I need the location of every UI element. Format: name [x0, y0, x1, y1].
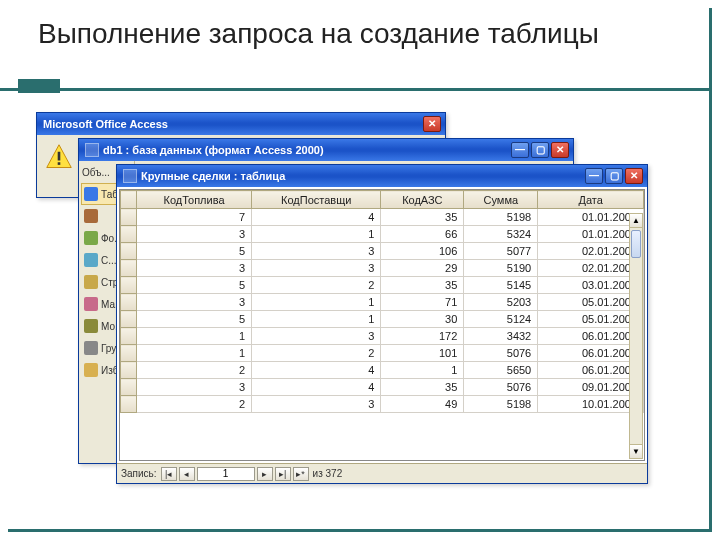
cell[interactable]: 35 — [381, 379, 464, 396]
datasheet-grid[interactable]: КодТопливаКодПоставщиКодАЗССуммаДата 743… — [120, 190, 644, 413]
cell[interactable]: 09.01.2005 — [538, 379, 644, 396]
cell[interactable]: 5198 — [464, 396, 538, 413]
minimize-button[interactable]: — — [585, 168, 603, 184]
cell[interactable]: 02.01.2005 — [538, 243, 644, 260]
maximize-button[interactable]: ▢ — [531, 142, 549, 158]
row-selector[interactable] — [121, 379, 137, 396]
nav-first-button[interactable]: |◂ — [161, 467, 177, 481]
cell[interactable]: 05.01.2005 — [538, 294, 644, 311]
close-button[interactable]: ✕ — [551, 142, 569, 158]
cell[interactable]: 5077 — [464, 243, 538, 260]
row-selector[interactable] — [121, 396, 137, 413]
column-header[interactable]: КодТоплива — [137, 191, 252, 209]
cell[interactable]: 1 — [137, 345, 252, 362]
alert-titlebar[interactable]: Microsoft Office Access ✕ — [37, 113, 445, 135]
table-row[interactable]: 3166532401.01.2005 — [121, 226, 644, 243]
row-selector[interactable] — [121, 362, 137, 379]
cell[interactable]: 1 — [252, 226, 381, 243]
scroll-down-arrow[interactable]: ▼ — [630, 444, 642, 458]
row-selector[interactable] — [121, 311, 137, 328]
cell[interactable]: 5145 — [464, 277, 538, 294]
row-selector[interactable] — [121, 294, 137, 311]
cell[interactable]: 3 — [252, 396, 381, 413]
table-row[interactable]: 13172343206.01.2005 — [121, 328, 644, 345]
table-row[interactable]: 5130512405.01.2005 — [121, 311, 644, 328]
table-row[interactable]: 7435519801.01.2005 — [121, 209, 644, 226]
cell[interactable]: 1 — [252, 311, 381, 328]
cell[interactable]: 1 — [252, 294, 381, 311]
cell[interactable]: 06.01.2005 — [538, 362, 644, 379]
cell[interactable]: 5 — [137, 311, 252, 328]
cell[interactable]: 5 — [137, 243, 252, 260]
cell[interactable]: 1 — [381, 362, 464, 379]
table-row[interactable]: 53106507702.01.2005 — [121, 243, 644, 260]
row-selector[interactable] — [121, 243, 137, 260]
row-selector[interactable] — [121, 226, 137, 243]
table-row[interactable]: 241565006.01.2005 — [121, 362, 644, 379]
cell[interactable]: 3 — [252, 328, 381, 345]
cell[interactable]: 1 — [137, 328, 252, 345]
cell[interactable]: 101 — [381, 345, 464, 362]
cell[interactable]: 02.01.2005 — [538, 260, 644, 277]
column-header[interactable]: КодПоставщи — [252, 191, 381, 209]
cell[interactable]: 5 — [137, 277, 252, 294]
cell[interactable]: 7 — [137, 209, 252, 226]
cell[interactable]: 5198 — [464, 209, 538, 226]
cell[interactable]: 5076 — [464, 345, 538, 362]
cell[interactable]: 2 — [252, 345, 381, 362]
table-row[interactable]: 5235514503.01.2005 — [121, 277, 644, 294]
cell[interactable]: 2 — [137, 396, 252, 413]
table-row[interactable]: 3435507609.01.2005 — [121, 379, 644, 396]
cell[interactable]: 5076 — [464, 379, 538, 396]
cell[interactable]: 10.01.2005 — [538, 396, 644, 413]
cell[interactable]: 4 — [252, 379, 381, 396]
cell[interactable]: 3 — [137, 260, 252, 277]
cell[interactable]: 06.01.2005 — [538, 328, 644, 345]
cell[interactable]: 30 — [381, 311, 464, 328]
cell[interactable]: 06.01.2005 — [538, 345, 644, 362]
cell[interactable]: 05.01.2005 — [538, 311, 644, 328]
table-row[interactable]: 3171520305.01.2005 — [121, 294, 644, 311]
row-selector[interactable] — [121, 345, 137, 362]
column-header[interactable]: КодАЗС — [381, 191, 464, 209]
close-button[interactable]: ✕ — [625, 168, 643, 184]
nav-new-button[interactable]: ▸* — [293, 467, 309, 481]
row-selector[interactable] — [121, 209, 137, 226]
cell[interactable]: 3 — [252, 243, 381, 260]
nav-next-button[interactable]: ▸ — [257, 467, 273, 481]
cell[interactable]: 172 — [381, 328, 464, 345]
cell[interactable]: 49 — [381, 396, 464, 413]
nav-last-button[interactable]: ▸| — [275, 467, 291, 481]
cell[interactable]: 5650 — [464, 362, 538, 379]
cell[interactable]: 66 — [381, 226, 464, 243]
row-selector[interactable] — [121, 328, 137, 345]
cell[interactable]: 35 — [381, 277, 464, 294]
column-header[interactable]: Сумма — [464, 191, 538, 209]
table-row[interactable]: 3329519002.01.2005 — [121, 260, 644, 277]
cell[interactable]: 5203 — [464, 294, 538, 311]
cell[interactable]: 3 — [252, 260, 381, 277]
table-titlebar[interactable]: Крупные сделки : таблица — ▢ ✕ — [117, 165, 647, 187]
cell[interactable]: 5190 — [464, 260, 538, 277]
row-selector[interactable] — [121, 260, 137, 277]
nav-prev-button[interactable]: ◂ — [179, 467, 195, 481]
table-row[interactable]: 12101507606.01.2005 — [121, 345, 644, 362]
minimize-button[interactable]: — — [511, 142, 529, 158]
cell[interactable]: 4 — [252, 209, 381, 226]
maximize-button[interactable]: ▢ — [605, 168, 623, 184]
cell[interactable]: 3 — [137, 294, 252, 311]
scroll-thumb[interactable] — [631, 230, 641, 258]
cell[interactable]: 35 — [381, 209, 464, 226]
cell[interactable]: 3 — [137, 226, 252, 243]
cell[interactable]: 29 — [381, 260, 464, 277]
cell[interactable]: 3432 — [464, 328, 538, 345]
cell[interactable]: 5124 — [464, 311, 538, 328]
cell[interactable]: 2 — [252, 277, 381, 294]
cell[interactable]: 01.01.2005 — [538, 209, 644, 226]
row-selector[interactable] — [121, 277, 137, 294]
db-titlebar[interactable]: db1 : база данных (формат Access 2000) —… — [79, 139, 573, 161]
nav-record-field[interactable]: 1 — [197, 467, 255, 481]
cell[interactable]: 3 — [137, 379, 252, 396]
cell[interactable]: 2 — [137, 362, 252, 379]
table-row[interactable]: 2349519810.01.2005 — [121, 396, 644, 413]
